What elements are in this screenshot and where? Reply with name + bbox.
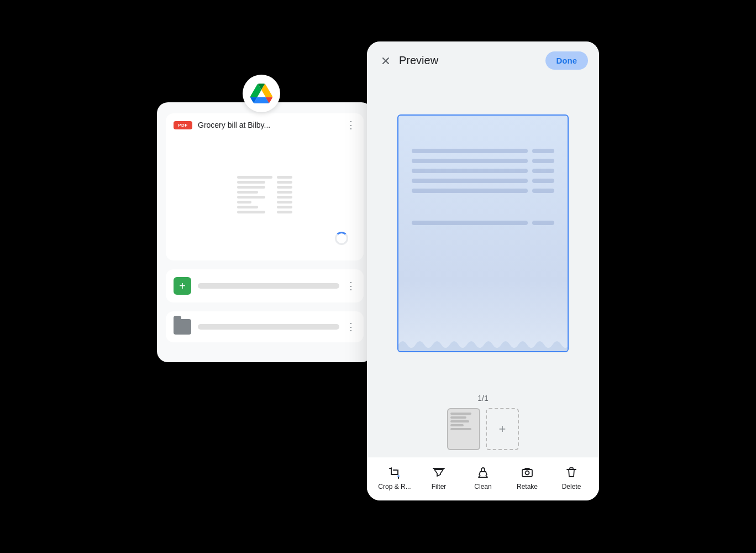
crop-icon xyxy=(387,465,402,479)
preview-title: Preview xyxy=(399,54,545,67)
page-counter: 1/1 xyxy=(367,389,599,406)
drive-logo-icon xyxy=(250,84,272,103)
item-text-bar-folder xyxy=(198,324,339,330)
new-more-button[interactable]: ⋮ xyxy=(346,281,356,291)
scene: PDF Grocery bill at Bilby... ⋮ xyxy=(157,41,599,512)
receipt-title: Grocery bill at Bilby... xyxy=(198,121,340,129)
add-thumbnail-button[interactable]: + xyxy=(486,408,519,450)
doc-content xyxy=(412,149,554,225)
thumbnail-1[interactable] xyxy=(447,408,480,450)
list-item-receipt: PDF Grocery bill at Bilby... ⋮ xyxy=(166,113,364,260)
retake-tool[interactable]: Retake xyxy=(511,465,544,491)
list-item-folder[interactable]: ⋮ xyxy=(166,311,364,342)
toolbar: Crop & R... Filter xyxy=(367,457,599,500)
drive-icon-circle xyxy=(243,75,280,112)
receipt-edge xyxy=(398,338,568,351)
folder-icon xyxy=(174,319,191,335)
svg-rect-3 xyxy=(393,469,397,471)
preview-doc-area xyxy=(367,77,599,389)
retake-label: Retake xyxy=(517,483,538,491)
close-button[interactable] xyxy=(378,53,393,69)
list-item-new[interactable]: + ⋮ xyxy=(166,269,364,302)
svg-rect-1 xyxy=(391,474,398,475)
clean-tool[interactable]: Clean xyxy=(466,465,500,491)
loading-spinner xyxy=(335,232,348,245)
svg-point-6 xyxy=(526,471,529,475)
item-text-bar-new xyxy=(198,283,339,289)
retake-icon xyxy=(520,465,534,479)
filter-tool[interactable]: Filter xyxy=(422,465,455,491)
green-plus-icon: + xyxy=(174,277,191,295)
receipt-header: PDF Grocery bill at Bilby... ⋮ xyxy=(166,113,364,135)
receipt-preview-area xyxy=(174,142,356,253)
receipt-mock xyxy=(237,176,292,213)
filter-icon xyxy=(432,465,446,479)
pdf-badge: PDF xyxy=(174,121,192,129)
crop-tool[interactable]: Crop & R... xyxy=(378,465,411,491)
folder-more-button[interactable]: ⋮ xyxy=(346,322,356,332)
delete-tool[interactable]: Delete xyxy=(555,465,588,491)
receipt-more-button[interactable]: ⋮ xyxy=(346,120,356,130)
done-button[interactable]: Done xyxy=(545,51,589,70)
clean-label: Clean xyxy=(474,483,491,491)
crop-label: Crop & R... xyxy=(378,483,411,491)
delete-icon xyxy=(564,465,579,479)
preview-header: Preview Done xyxy=(367,41,599,77)
clean-icon xyxy=(476,465,490,479)
delete-label: Delete xyxy=(562,483,581,491)
preview-card: Preview Done xyxy=(367,41,599,500)
filter-label: Filter xyxy=(432,483,447,491)
svg-rect-2 xyxy=(397,469,398,475)
thumbnails-row: + xyxy=(367,406,599,457)
document-frame xyxy=(397,114,569,352)
drive-card: PDF Grocery bill at Bilby... ⋮ xyxy=(157,102,372,362)
